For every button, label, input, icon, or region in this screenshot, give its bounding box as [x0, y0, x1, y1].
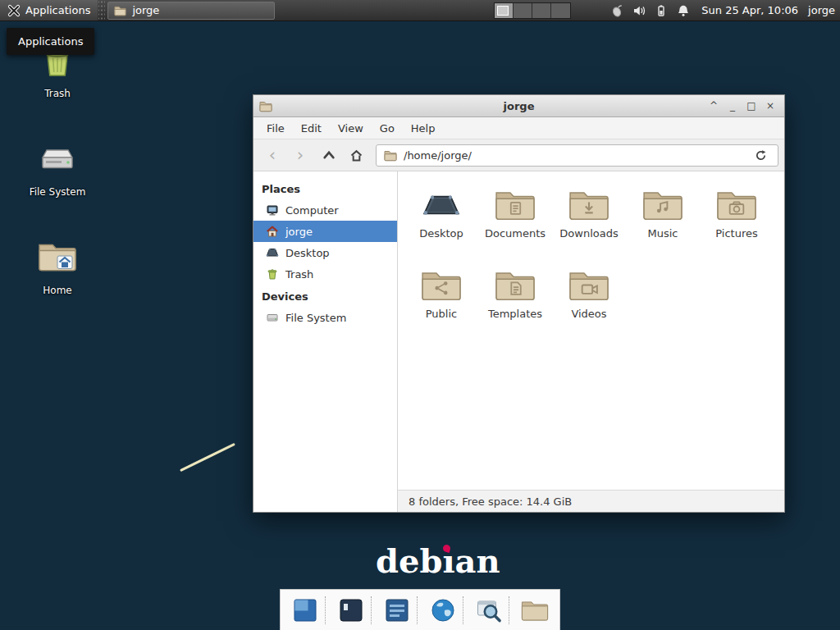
- globe-icon: [430, 597, 456, 623]
- mouse-icon[interactable]: [610, 4, 623, 17]
- location-bar[interactable]: /home/jorge/: [376, 144, 778, 167]
- window-body: Places Computer jorge Desktop Trash Devi…: [253, 171, 784, 512]
- sidebar-item-desktop[interactable]: Desktop: [253, 242, 397, 263]
- windows-icon: [292, 597, 318, 623]
- volume-icon[interactable]: [632, 4, 646, 17]
- dock-separator: [371, 596, 377, 624]
- desktop-icon-home[interactable]: Home: [11, 238, 103, 296]
- folder-item-documents[interactable]: Documents: [478, 181, 552, 262]
- window-titlebar[interactable]: jorge ^ _ □ ×: [253, 95, 784, 117]
- location-path[interactable]: /home/jorge/: [404, 149, 472, 162]
- taskbar-item-jorge[interactable]: jorge: [107, 2, 275, 20]
- file-manager-window: jorge ^ _ □ × File Edit View Go Help ‹ ›…: [253, 94, 785, 513]
- folder-label: Pictures: [715, 227, 757, 240]
- taskbar-item-label: jorge: [132, 4, 159, 16]
- dock-browser-button[interactable]: [426, 593, 460, 628]
- dock-app-finder-button[interactable]: [472, 593, 506, 628]
- workspace-cell[interactable]: [514, 3, 532, 18]
- sidebar-item-jorge[interactable]: jorge: [253, 221, 397, 242]
- bottom-dock: [280, 589, 560, 630]
- workspace-cell[interactable]: [495, 3, 514, 18]
- minimize-button[interactable]: _: [724, 98, 741, 114]
- computer-icon: [266, 203, 279, 217]
- sidebar-item-trash[interactable]: Trash: [253, 263, 397, 285]
- sidebar-item-computer[interactable]: Computer: [253, 199, 397, 221]
- desktop-icon: [266, 246, 279, 259]
- battery-icon[interactable]: [655, 4, 668, 17]
- dock-separator: [325, 596, 331, 624]
- dock-windows-button[interactable]: [288, 593, 322, 628]
- statusbar-text: 8 folders, Free space: 14.4 GiB: [409, 495, 572, 508]
- sidebar-item-file-system[interactable]: File System: [253, 307, 397, 328]
- folder-icon: [114, 4, 126, 16]
- pictures-folder-icon: [716, 187, 757, 221]
- notifications-bell-icon[interactable]: [677, 4, 690, 17]
- up-arrow-icon: [322, 148, 336, 162]
- system-tray: [610, 4, 690, 17]
- stray-line-artifact: [180, 443, 235, 472]
- folder-item-templates[interactable]: Templates: [478, 262, 552, 342]
- dock-file-manager-button[interactable]: [518, 593, 552, 628]
- back-button[interactable]: ‹: [259, 144, 285, 167]
- maximize-button[interactable]: □: [743, 98, 760, 114]
- sidebar-item-label: Computer: [285, 204, 339, 217]
- desktop-icon-file-system[interactable]: File System: [11, 139, 103, 198]
- up-button[interactable]: [315, 144, 341, 167]
- folder-label: Public: [426, 308, 457, 320]
- folder-item-videos[interactable]: Videos: [552, 262, 626, 342]
- sidebar-header-devices: Devices: [253, 285, 397, 307]
- shade-button[interactable]: ^: [705, 98, 722, 114]
- sidebar-header-places: Places: [253, 177, 397, 199]
- music-folder-icon: [642, 187, 683, 221]
- file-icon-view[interactable]: Desktop Documents Downloads Music Pictur…: [398, 171, 784, 490]
- dock-terminal-button[interactable]: [334, 593, 368, 628]
- folder-item-pictures[interactable]: Pictures: [700, 181, 774, 262]
- menu-file[interactable]: File: [258, 119, 293, 138]
- clock[interactable]: Sun 25 Apr, 10:06: [701, 4, 798, 16]
- folder-item-downloads[interactable]: Downloads: [552, 181, 626, 262]
- home-button[interactable]: [343, 144, 369, 167]
- folder-item-music[interactable]: Music: [626, 181, 700, 262]
- folder-item-public[interactable]: Public: [404, 262, 478, 342]
- sidebar-item-label: Trash: [285, 268, 313, 281]
- debian-logo-i: ı: [442, 541, 454, 580]
- forward-button[interactable]: ›: [287, 144, 313, 167]
- close-button[interactable]: ×: [762, 98, 778, 114]
- menu-help[interactable]: Help: [403, 119, 444, 138]
- desktop-icon: [421, 187, 462, 221]
- menu-view[interactable]: View: [330, 119, 372, 138]
- dock-separator: [509, 596, 515, 624]
- folder-item-desktop[interactable]: Desktop: [404, 181, 478, 262]
- folder-label: Documents: [485, 227, 546, 240]
- desktop-icon-label: Home: [43, 285, 71, 296]
- menu-edit[interactable]: Edit: [293, 119, 330, 138]
- applications-menu-button[interactable]: Applications: [0, 0, 98, 21]
- menu-go[interactable]: Go: [372, 119, 403, 138]
- folder-icon: [521, 598, 549, 622]
- debian-logo-text: deb: [376, 541, 442, 580]
- workspace-cell[interactable]: [532, 3, 551, 18]
- applications-menu-label: Applications: [25, 4, 90, 16]
- dock-separator: [417, 596, 423, 624]
- debian-logo-text: an: [455, 541, 500, 580]
- file-view-column: Desktop Documents Downloads Music Pictur…: [398, 171, 784, 512]
- workspace-cell[interactable]: [551, 3, 570, 18]
- workspace-switcher[interactable]: [494, 2, 571, 19]
- drive-icon: [266, 311, 279, 324]
- public-folder-icon: [421, 267, 462, 302]
- desktop-icon-label: File System: [30, 186, 86, 198]
- desktop-icon-label: Trash: [44, 88, 71, 99]
- home-icon: [349, 148, 363, 162]
- window-title: jorge: [253, 100, 784, 112]
- folder-label: Videos: [571, 308, 606, 320]
- applications-menu-icon: [7, 4, 21, 17]
- reload-button[interactable]: [751, 145, 770, 165]
- user-menu[interactable]: jorge: [808, 4, 835, 16]
- templates-folder-icon: [495, 267, 536, 302]
- toolbar: ‹ › /home/jorge/: [253, 139, 784, 171]
- dock-panel-button[interactable]: [380, 593, 414, 628]
- dock-separator: [463, 596, 469, 624]
- magnifier-icon: [476, 597, 502, 623]
- window-controls: ^ _ □ ×: [705, 98, 778, 114]
- sidebar-item-label: jorge: [285, 226, 313, 238]
